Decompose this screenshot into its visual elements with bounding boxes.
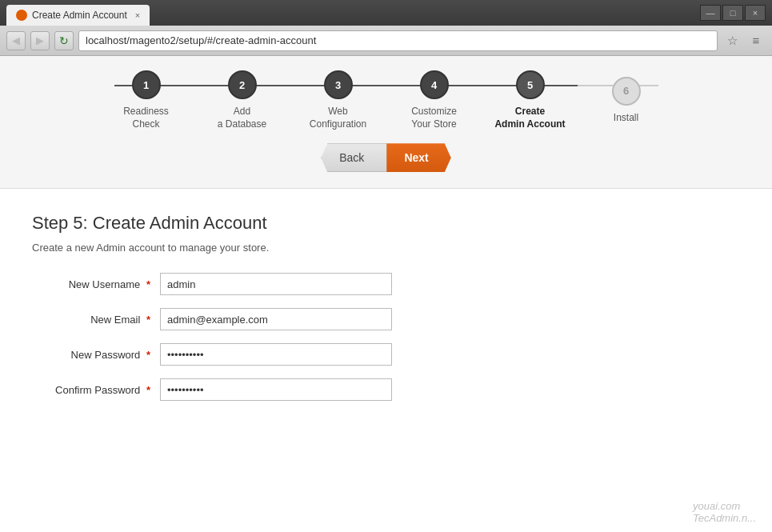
email-row: New Email *: [32, 308, 740, 330]
wizard-bar: 1 ReadinessCheck 2 Adda Database 3 WebCo…: [0, 56, 772, 189]
main-content: Step 5: Create Admin Account Create a ne…: [0, 189, 772, 446]
page-description: Create a new Admin account to manage you…: [32, 242, 740, 254]
bookmark-button[interactable]: ☆: [722, 31, 742, 50]
back-button[interactable]: Back: [321, 143, 387, 172]
step-1-label: ReadinessCheck: [123, 106, 169, 130]
password-input[interactable]: [160, 343, 392, 366]
next-button[interactable]: Next: [386, 143, 450, 172]
email-input[interactable]: [160, 308, 392, 330]
address-bar: ◀ ▶ ↻ localhost/magento2/setup/#/create-…: [0, 26, 772, 56]
page-title: Step 5: Create Admin Account: [32, 213, 740, 234]
step-5: 5 CreateAdmin Account: [482, 70, 578, 130]
tab-favicon: [16, 10, 27, 21]
step-1: 1 ReadinessCheck: [98, 70, 194, 130]
steps-container: 1 ReadinessCheck 2 Adda Database 3 WebCo…: [98, 70, 674, 130]
step-1-circle: 1: [132, 70, 161, 99]
step-3: 3 WebConfiguration: [290, 70, 386, 130]
step-2: 2 Adda Database: [194, 70, 290, 130]
password-label: New Password *: [32, 349, 160, 361]
browser-tab[interactable]: Create Admin Account ×: [6, 5, 150, 26]
minimize-button[interactable]: —: [700, 5, 721, 21]
title-bar: Create Admin Account × — □ ×: [0, 0, 772, 26]
browser-menu-button[interactable]: ≡: [746, 31, 766, 50]
username-input[interactable]: [160, 273, 392, 295]
watermark: youai.comTecAdmin.n...: [693, 500, 756, 524]
url-input[interactable]: localhost/magento2/setup/#/create-admin-…: [78, 30, 718, 51]
window-controls: — □ ×: [700, 5, 766, 21]
password-row: New Password *: [32, 343, 740, 366]
forward-button[interactable]: ▶: [30, 31, 50, 50]
step-3-circle: 3: [324, 70, 353, 99]
password-required: *: [146, 349, 150, 361]
step-4: 4 CustomizeYour Store: [386, 70, 482, 130]
username-row: New Username *: [32, 273, 740, 295]
username-label: New Username *: [32, 278, 160, 290]
confirm-required: *: [146, 384, 150, 396]
back-button[interactable]: ◀: [6, 31, 26, 50]
step-5-circle: 5: [516, 70, 545, 99]
step-2-circle: 2: [228, 70, 257, 99]
step-2-label: Adda Database: [218, 106, 266, 130]
step-4-label: CustomizeYour Store: [411, 106, 457, 130]
confirm-row: Confirm Password *: [32, 378, 740, 401]
step-6: 6 Install: [578, 77, 674, 125]
email-label: New Email *: [32, 314, 160, 326]
wizard-buttons: Back Next: [321, 143, 450, 172]
browser-content: 1 ReadinessCheck 2 Adda Database 3 WebCo…: [0, 56, 772, 532]
confirm-label: Confirm Password *: [32, 384, 160, 396]
email-required: *: [146, 314, 150, 326]
step-6-circle: 6: [612, 77, 641, 106]
confirm-input[interactable]: [160, 378, 392, 401]
step-5-label: CreateAdmin Account: [494, 106, 565, 130]
username-required: *: [146, 278, 150, 290]
step-4-circle: 4: [420, 70, 449, 99]
refresh-button[interactable]: ↻: [54, 31, 74, 50]
tab-close-button[interactable]: ×: [135, 10, 140, 20]
tab-title: Create Admin Account: [32, 10, 127, 21]
maximize-button[interactable]: □: [722, 5, 743, 21]
step-3-label: WebConfiguration: [310, 106, 366, 130]
step-6-label: Install: [614, 112, 638, 125]
close-window-button[interactable]: ×: [745, 5, 766, 21]
